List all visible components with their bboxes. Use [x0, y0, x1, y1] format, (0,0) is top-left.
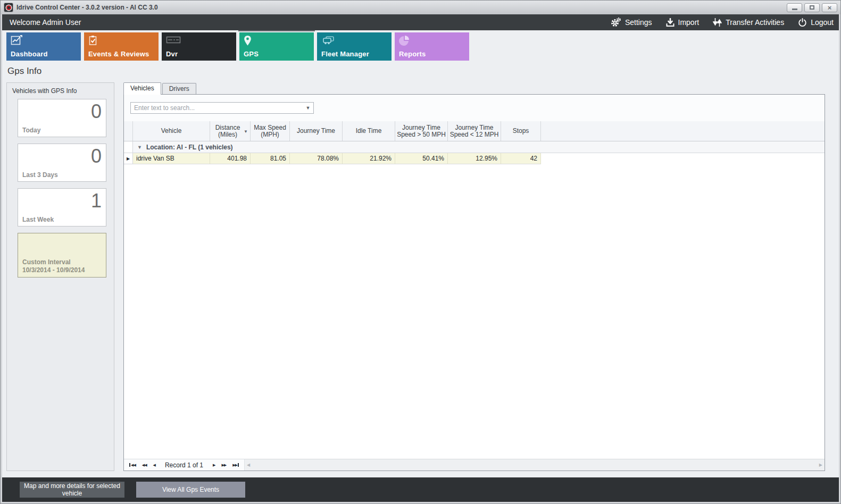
module-tiles: Dashboard Events & Reviews Dvr: [6, 32, 839, 61]
tile-events-reviews-label: Events & Reviews: [88, 50, 149, 58]
cell-max-speed[interactable]: 81.05: [251, 153, 290, 164]
cell-jt-under-12[interactable]: 12.95%: [448, 153, 501, 164]
page-content: Dashboard Events & Reviews Dvr: [2, 30, 839, 477]
card-custom-interval-label: Custom Interval 10/3/2014 - 10/9/2014: [22, 258, 85, 274]
tile-events-reviews[interactable]: Events & Reviews: [84, 32, 159, 61]
group-expand-icon[interactable]: ▼: [137, 145, 142, 150]
import-label: Import: [678, 18, 700, 27]
line-chart-icon: [11, 35, 22, 46]
top-toolbar: Welcome Admin User Settings: [2, 14, 839, 30]
scroll-right-icon[interactable]: ▶: [819, 463, 822, 467]
transfer-activities-button[interactable]: Transfer Activities: [713, 18, 784, 27]
power-icon: [798, 18, 807, 27]
row-indicator-icon: ▶: [127, 156, 130, 161]
card-today[interactable]: 0 Today: [18, 99, 106, 137]
sort-caret-icon[interactable]: ▼: [244, 128, 248, 135]
prev-record-button[interactable]: ◀: [153, 463, 155, 467]
group-indicator-cell: [124, 141, 133, 153]
col-header-idle-time[interactable]: Idle Time: [343, 121, 395, 141]
card-last-week[interactable]: 1 Last Week: [18, 188, 106, 226]
view-all-gps-events-button[interactable]: View All Gps Events: [136, 482, 245, 498]
tile-reports[interactable]: Reports: [395, 32, 469, 61]
cell-distance[interactable]: 401.98: [210, 153, 251, 164]
cell-idle-time[interactable]: 21.92%: [343, 153, 395, 164]
welcome-text: Welcome Admin User: [10, 18, 81, 27]
page-title: Gps Info: [7, 66, 839, 77]
table-row[interactable]: ▶ idrive Van SB 401.98 81.05 78.08% 21.9…: [124, 153, 825, 164]
import-button[interactable]: Import: [666, 18, 700, 27]
search-dropdown-icon[interactable]: ▼: [303, 105, 313, 111]
minimize-button[interactable]: [787, 3, 802, 12]
group-label: Location: Al - FL (1 vehicles): [146, 144, 233, 151]
first-record-button[interactable]: ◀◀: [129, 463, 136, 467]
col-header-vehicle[interactable]: Vehicle: [133, 121, 210, 141]
col-header-jt-over-50[interactable]: Journey Time Speed > 50 MPH: [395, 121, 448, 141]
gps-summary-title: Vehicles with GPS Info: [7, 86, 114, 99]
transfer-icon: [713, 18, 722, 27]
search-input[interactable]: [131, 103, 303, 113]
group-cell[interactable]: ▼ Location: Al - FL (1 vehicles): [133, 141, 825, 153]
minimize-icon: [792, 9, 797, 10]
tile-dvr-label: Dvr: [166, 50, 178, 58]
col-header-jt-under-12[interactable]: Journey Time Speed < 12 MPH: [448, 121, 501, 141]
tab-vehicles[interactable]: Vehicles: [123, 82, 161, 95]
app-logo-icon: [4, 3, 13, 12]
tile-dvr[interactable]: Dvr: [162, 32, 236, 61]
custom-interval-title: Custom Interval: [22, 258, 71, 266]
card-last-3-days-value: 0: [91, 145, 102, 167]
download-icon: [666, 18, 675, 27]
tab-drivers[interactable]: Drivers: [162, 83, 196, 94]
col-header-filler: [541, 121, 825, 141]
search-box: ▼: [130, 102, 314, 114]
maximize-button[interactable]: [804, 3, 820, 12]
gear-icon: [611, 18, 621, 27]
col-header-distance-label: Distance (Miles): [212, 124, 244, 138]
title-bar: Idrive Control Center - 3.0.2 version - …: [1, 1, 840, 14]
header-indicator-cell: [124, 121, 133, 141]
grid-search-band: ▼: [124, 95, 825, 121]
window-title: Idrive Control Center - 3.0.2 version - …: [16, 4, 158, 11]
tab-strip: Vehicles Drivers: [123, 82, 825, 94]
tile-gps-label: GPS: [244, 50, 259, 58]
table-header-row: Vehicle Distance (Miles) ▼ Max Speed (MP…: [124, 121, 825, 141]
prev-page-button[interactable]: ◀◀: [142, 463, 147, 467]
card-custom-interval[interactable]: Custom Interval 10/3/2014 - 10/9/2014: [18, 233, 106, 278]
dvr-box-icon: [166, 35, 181, 45]
clipboard-check-icon: [88, 35, 98, 46]
pie-chart-icon: [399, 35, 410, 46]
map-details-button[interactable]: Map and more details for selected vehicl…: [20, 482, 124, 498]
cell-vehicle[interactable]: idrive Van SB: [133, 153, 210, 164]
cell-stops[interactable]: 42: [501, 153, 541, 164]
col-header-journey-time[interactable]: Journey Time: [290, 121, 343, 141]
map-pin-icon: [244, 35, 252, 46]
trucks-icon: [321, 35, 337, 46]
record-count-text: Record 1 of 1: [165, 461, 203, 469]
card-last-3-days-label: Last 3 Days: [22, 171, 58, 179]
gps-detail-area: Vehicles Drivers ▼: [123, 82, 825, 471]
last-record-button[interactable]: ▶▶: [232, 463, 239, 467]
next-record-button[interactable]: ▶: [213, 463, 215, 467]
col-header-stops[interactable]: Stops: [501, 121, 541, 141]
card-today-value: 0: [91, 100, 102, 123]
tile-dashboard[interactable]: Dashboard: [6, 32, 81, 61]
table-empty-area: [124, 164, 825, 459]
tile-fleet-manager[interactable]: Fleet Manager: [317, 32, 392, 61]
card-last-3-days[interactable]: 0 Last 3 Days: [18, 144, 106, 182]
settings-button[interactable]: Settings: [611, 18, 652, 27]
next-page-button[interactable]: ▶▶: [221, 463, 226, 467]
close-button[interactable]: ×: [822, 3, 837, 12]
scroll-left-icon[interactable]: ◀: [247, 463, 250, 467]
gps-summary-panel: Vehicles with GPS Info 0 Today 0 Last 3 …: [6, 82, 114, 471]
maximize-icon: [810, 5, 814, 10]
cell-jt-over-50[interactable]: 50.41%: [395, 153, 448, 164]
logout-button[interactable]: Logout: [798, 18, 834, 27]
card-last-week-value: 1: [91, 190, 102, 212]
tile-gps[interactable]: GPS: [239, 32, 314, 61]
col-header-distance[interactable]: Distance (Miles) ▼: [210, 121, 251, 141]
card-today-label: Today: [22, 127, 40, 134]
custom-interval-dates: 10/3/2014 - 10/9/2014: [22, 266, 85, 274]
col-header-max-speed[interactable]: Max Speed (MPH): [251, 121, 290, 141]
horizontal-scrollbar[interactable]: ◀ ▶: [244, 459, 825, 471]
logout-label: Logout: [811, 18, 834, 27]
cell-journey-time[interactable]: 78.08%: [290, 153, 343, 164]
